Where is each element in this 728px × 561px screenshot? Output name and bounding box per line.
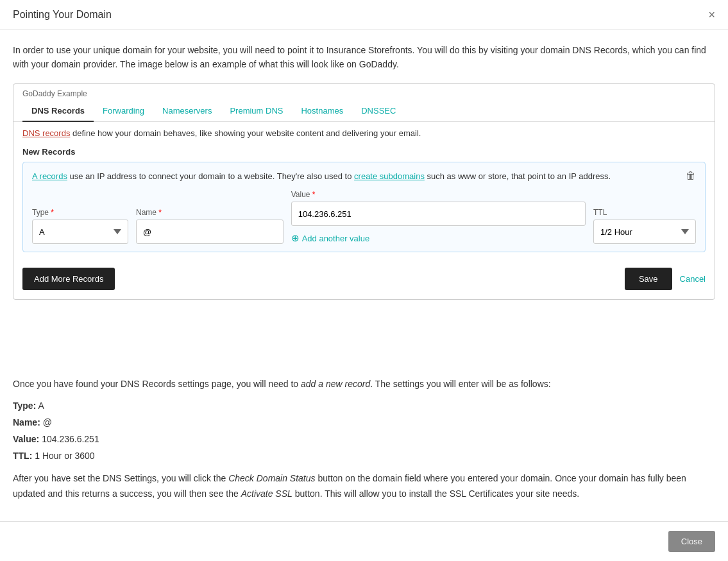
close-button[interactable]: ×: [708, 9, 715, 21]
tab-dns-records[interactable]: DNS Records: [22, 101, 94, 122]
type-setting: Type: A: [13, 399, 715, 414]
modal-footer: Close: [0, 521, 728, 561]
activate-ssl-italic: Activate SSL: [241, 488, 292, 499]
godaddy-label: GoDaddy Example: [13, 84, 715, 98]
ttl-select[interactable]: 1/2 Hour 1 Hour 2 Hours 6 Hours 12 Hours…: [593, 220, 696, 244]
name-setting: Name: @: [13, 415, 715, 431]
instructions-section: Once you have found your DNS Records set…: [0, 377, 728, 521]
value-field-group: Value * ⊕ Add another value: [291, 190, 586, 244]
type-label: Type *: [32, 208, 128, 217]
instructions-para1: Once you have found your DNS Records set…: [13, 377, 715, 392]
dns-info-text: DNS records define how your domain behav…: [13, 122, 715, 144]
right-buttons: Save Cancel: [625, 268, 706, 290]
add-record-italic: add a new record: [301, 379, 370, 389]
check-domain-italic: Check Domain Status: [228, 473, 315, 483]
dns-records-link[interactable]: DNS records: [22, 128, 70, 138]
footer-close-button[interactable]: Close: [668, 531, 715, 552]
modal-container: Pointing Your Domain × In order to use y…: [0, 0, 728, 561]
ttl-label: TTL: [593, 208, 696, 217]
record-container: 🗑 A records use an IP address to connect…: [22, 162, 706, 253]
plus-circle-icon: ⊕: [291, 232, 300, 244]
modal-title: Pointing Your Domain: [13, 9, 112, 21]
value-setting: Value: 104.236.6.251: [13, 432, 715, 447]
type-field-group: Type * A: [32, 208, 128, 244]
tab-nameservers[interactable]: Nameservers: [153, 101, 221, 122]
tab-forwarding[interactable]: Forwarding: [94, 101, 153, 122]
tabs-row: DNS Records Forwarding Nameservers Premi…: [13, 101, 715, 122]
tab-hostnames[interactable]: Hostnames: [292, 101, 352, 122]
settings-list: Type: A Name: @ Value: 104.236.6.251 TTL…: [13, 399, 715, 463]
value-label: Value *: [291, 190, 586, 199]
ttl-setting: TTL: 1 Hour or 3600: [13, 449, 715, 464]
godaddy-example-box: GoDaddy Example DNS Records Forwarding N…: [13, 83, 715, 300]
save-button[interactable]: Save: [625, 268, 672, 290]
record-description: A records use an IP address to connect y…: [32, 170, 696, 183]
ttl-field-group: TTL 1/2 Hour 1 Hour 2 Hours 6 Hours 12 H…: [593, 208, 696, 244]
tab-premium-dns[interactable]: Premium DNS: [221, 101, 292, 122]
delete-record-icon[interactable]: 🗑: [686, 170, 696, 182]
create-subdomains-link[interactable]: create subdomains: [354, 171, 425, 181]
add-value-link[interactable]: ⊕ Add another value: [291, 232, 586, 244]
new-records-label: New Records: [13, 144, 715, 162]
name-field-group: Name *: [136, 208, 284, 244]
tab-dnssec[interactable]: DNSSEC: [352, 101, 405, 122]
cancel-button[interactable]: Cancel: [680, 274, 706, 284]
type-select[interactable]: A: [32, 220, 128, 244]
intro-text: In order to use your unique domain for y…: [13, 43, 715, 72]
modal-body: In order to use your unique domain for y…: [0, 30, 728, 377]
modal-header: Pointing Your Domain ×: [0, 0, 728, 30]
a-records-link[interactable]: A records: [32, 171, 67, 181]
action-row: Add More Records Save Cancel: [13, 260, 715, 299]
name-input[interactable]: [136, 220, 284, 244]
instructions-para2: After you have set the DNS Settings, you…: [13, 471, 715, 502]
add-more-button[interactable]: Add More Records: [22, 268, 115, 290]
value-input[interactable]: [291, 202, 586, 226]
name-label: Name *: [136, 208, 284, 217]
fields-row: Type * A Name *: [32, 190, 696, 244]
